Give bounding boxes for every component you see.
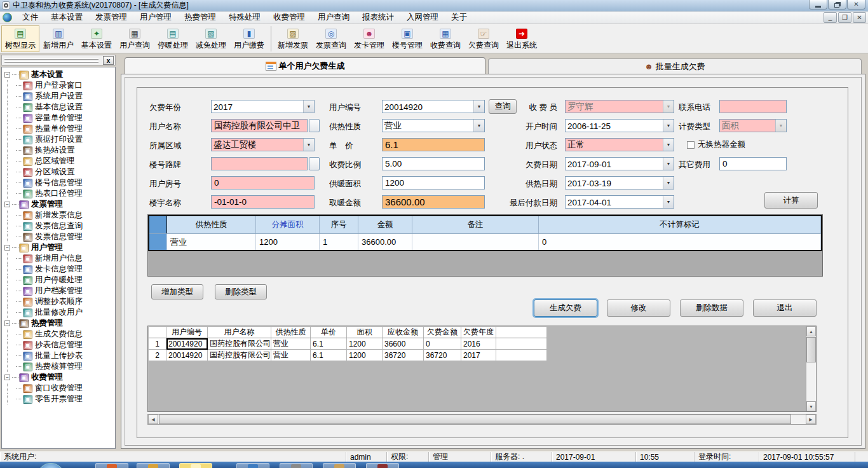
tree-item[interactable]: ▣基本信息设置 [4, 102, 115, 113]
tree-item[interactable]: ▣窗口收费管理 [4, 383, 115, 394]
vertical-scrollbar[interactable]: ▲ ▼ [806, 326, 816, 411]
open-time-combo[interactable]: 2006-11-25▼ [565, 119, 674, 132]
tree-item[interactable]: ▣发票信息管理 [4, 231, 115, 242]
menu-item[interactable]: 报表统计 [356, 11, 400, 24]
tree-category[interactable]: −▣基本设置 [4, 69, 115, 80]
tree-item[interactable]: ▣发票信息查询 [4, 221, 115, 231]
tree-item[interactable]: ▣分区域设置 [4, 167, 115, 177]
toolbar-button-user-query[interactable]: ▦用户查询 [116, 25, 154, 52]
chevron-down-icon[interactable]: ▼ [663, 196, 674, 208]
region-combo[interactable]: 盛达工贸楼▼ [211, 138, 315, 151]
heat-date-combo[interactable]: 2017-03-19▼ [565, 176, 674, 189]
heat-nature-combo[interactable]: 营业▼ [382, 119, 485, 132]
tree-item[interactable]: ▣用户停暖处理 [4, 275, 115, 286]
sidebar-header[interactable]: x [1, 55, 116, 65]
arrears-date-combo[interactable]: 2017-09-01▼ [565, 157, 674, 170]
arrears-year-combo[interactable]: 2017▼ [211, 100, 315, 113]
toolbar-button-add-user[interactable]: ▥新增用户 [39, 25, 78, 52]
scroll-up-icon[interactable]: ▲ [806, 326, 816, 336]
horizontal-scrollbar[interactable]: ◀ ▶ [147, 414, 817, 425]
delete-data-button[interactable]: 删除数据 [680, 299, 743, 317]
tab-batch-arrears[interactable]: ☻ 批量生成欠费 [488, 59, 862, 74]
building-no-browse-button[interactable] [309, 157, 320, 170]
mdi-restore-button[interactable]: ❐ [838, 12, 851, 23]
taskbar-button[interactable] [236, 463, 269, 468]
tree-item[interactable]: ▣换热站设置 [4, 145, 115, 156]
tab-single-user-arrears[interactable]: 单个用户欠费生成 [125, 57, 485, 74]
menu-item[interactable]: 关于 [445, 11, 473, 24]
toolbar-button-user-pay[interactable]: ▮用户缴费 [230, 25, 268, 52]
room-no-input[interactable]: 0 [211, 176, 315, 189]
taskbar-button[interactable] [137, 463, 170, 468]
tree-category[interactable]: −▣收费管理 [4, 372, 115, 383]
toolbar-button-base-setting[interactable]: ✦基本设置 [78, 25, 116, 52]
user-name-browse-button[interactable] [309, 119, 320, 132]
chevron-down-icon[interactable]: ▼ [663, 177, 674, 189]
taskbar-button[interactable] [179, 463, 212, 468]
generate-arrears-button[interactable]: 生成欠费 [534, 299, 597, 317]
menu-item[interactable]: 特殊处理 [222, 11, 267, 24]
tree-item[interactable]: ▣抄表信息管理 [4, 340, 115, 350]
sidebar-close-button[interactable]: x [103, 56, 114, 65]
toolbar-button-invoice-query[interactable]: ◎发票查询 [312, 25, 350, 52]
tree-item[interactable]: ▣批量上传抄表 [4, 350, 115, 361]
grid-row[interactable]: 220014920国药控股有限公司中卫营业6.11200367203672020… [149, 350, 547, 361]
chevron-down-icon[interactable]: ▼ [303, 139, 314, 151]
last-pay-date-combo[interactable]: 2017-04-01▼ [565, 195, 674, 209]
taskbar-button[interactable] [280, 463, 313, 468]
expand-collapse-icon[interactable]: − [4, 375, 10, 380]
building-name-input[interactable]: -01-01-0 [211, 195, 315, 209]
close-button[interactable]: ✕ [847, 0, 865, 10]
toolbar-button-tree-view[interactable]: ▤树型显示 [1, 25, 39, 52]
building-no-input[interactable] [211, 157, 308, 170]
mdi-close-button[interactable]: ✕ [853, 12, 866, 23]
tree-category[interactable]: −▣发票管理 [4, 199, 115, 210]
tree-item[interactable]: ▣总区域管理 [4, 156, 115, 167]
expand-collapse-icon[interactable]: − [4, 320, 10, 326]
tree-item[interactable]: ▣生成欠费信息 [4, 329, 115, 340]
menu-item[interactable]: 发票管理 [89, 11, 133, 24]
tree-item[interactable]: ▣热表口径管理 [4, 188, 115, 199]
restore-button[interactable] [828, 0, 846, 10]
fee-type-combo[interactable]: 面积▼ [719, 119, 787, 132]
toolbar-button-exit[interactable]: ➜退出系统 [503, 25, 541, 52]
tree-item[interactable]: ▣票据打印设置 [4, 134, 115, 145]
toolbar-button-arrears-query[interactable]: ☞欠费查询 [465, 25, 503, 52]
chevron-down-icon[interactable]: ▼ [303, 100, 314, 113]
expand-collapse-icon[interactable]: − [4, 202, 10, 207]
tree-item[interactable]: ▣容量单价管理 [4, 113, 115, 123]
scroll-left-icon[interactable]: ◀ [148, 415, 158, 424]
chevron-down-icon[interactable]: ▼ [663, 120, 674, 132]
toolbar-button-card-mgmt[interactable]: ☻发卡管理 [350, 25, 388, 52]
collector-combo[interactable]: 罗守辉▼ [565, 100, 674, 113]
chevron-down-icon[interactable]: ▼ [663, 139, 674, 151]
taskbar-button[interactable] [366, 463, 399, 468]
tree-item[interactable]: ▣新增发票信息 [4, 210, 115, 221]
tree-item[interactable]: ▣系统用户设置 [4, 91, 115, 102]
scrollbar-thumb[interactable] [806, 337, 816, 362]
modify-button[interactable]: 修改 [607, 299, 670, 317]
tree-category[interactable]: −▣热费管理 [4, 318, 115, 329]
menu-item[interactable]: 用户查询 [311, 11, 356, 24]
scrollbar-thumb[interactable] [159, 415, 791, 424]
tree-item[interactable]: ▣新增用户信息 [4, 253, 115, 264]
toolbar-button-building-no[interactable]: ▣楼号管理 [388, 25, 426, 52]
expand-collapse-icon[interactable]: − [4, 72, 10, 78]
tree-item[interactable]: ▣用户登录窗口 [4, 80, 115, 91]
tree-item[interactable]: ▣用户档案管理 [4, 286, 115, 296]
menu-item[interactable]: 用户管理 [133, 11, 178, 24]
taskbar-button[interactable] [95, 463, 128, 468]
delete-type-button[interactable]: 删除类型 [215, 284, 267, 299]
tree-item[interactable]: ▣调整抄表顺序 [4, 296, 115, 307]
windows-taskbar[interactable] [0, 462, 868, 468]
calculate-button[interactable]: 计算 [764, 192, 818, 209]
tree-item[interactable]: ▣批量修改用户 [4, 307, 115, 318]
menu-item[interactable]: 热费管理 [178, 11, 222, 24]
no-exchanger-checkbox[interactable] [687, 141, 695, 149]
toolbar-button-fee-query[interactable]: ▦收费查询 [426, 25, 465, 52]
tree-item[interactable]: ▣热费核算管理 [4, 361, 115, 372]
tree-category[interactable]: −▣用户管理 [4, 242, 115, 253]
other-fee-input[interactable]: 0 [719, 157, 787, 170]
menu-item[interactable]: 文件 [16, 11, 44, 24]
user-name-input[interactable]: 国药控股有限公司中卫 [211, 119, 308, 132]
